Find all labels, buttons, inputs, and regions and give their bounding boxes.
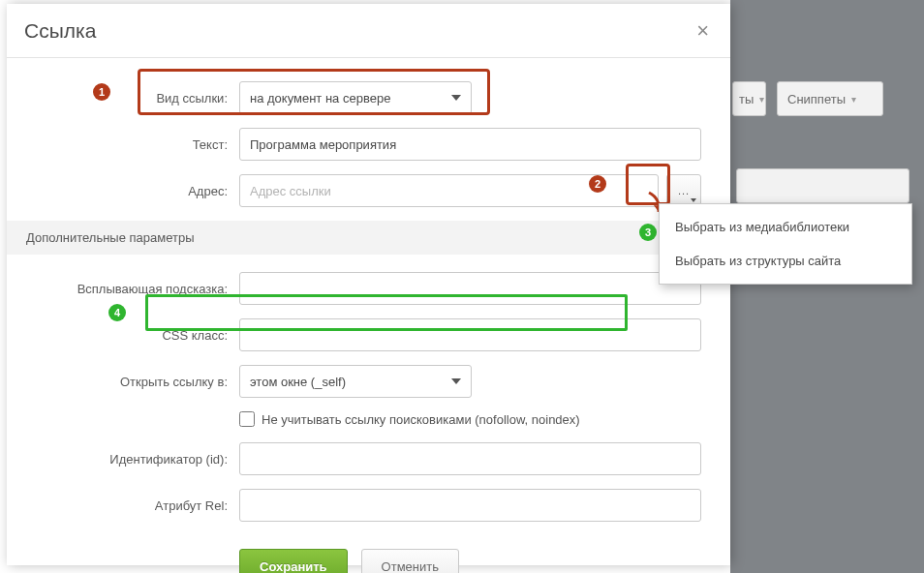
- css-input[interactable]: [239, 318, 701, 351]
- dropdown-media-library[interactable]: Выбрать из медиабиблиотеки: [660, 210, 911, 244]
- text-label: Текст:: [36, 137, 239, 152]
- bg-toolbar-bar: [736, 168, 909, 203]
- link-type-label: Вид ссылки:: [36, 91, 239, 106]
- nofollow-checkbox[interactable]: [239, 411, 255, 427]
- id-input[interactable]: [239, 442, 701, 475]
- save-button[interactable]: Сохранить: [239, 549, 348, 573]
- css-label: CSS класс:: [36, 328, 239, 343]
- chevron-down-icon: ▾: [851, 94, 856, 105]
- marker-2: 2: [589, 175, 606, 193]
- dialog-title: Ссылка: [24, 19, 96, 43]
- row-css: CSS класс:: [36, 318, 701, 351]
- section-additional: Дополнительные параметры: [7, 221, 730, 255]
- target-label: Открыть ссылку в:: [36, 375, 239, 389]
- tooltip-label: Всплывающая подсказка:: [36, 282, 239, 296]
- close-icon[interactable]: ×: [693, 15, 713, 47]
- target-select[interactable]: этом окне (_self): [239, 365, 472, 398]
- rel-label: Атрибут Rel:: [36, 498, 239, 513]
- dialog-buttons: Сохранить Отменить: [36, 549, 701, 573]
- rel-input[interactable]: [239, 489, 701, 522]
- tooltip-input[interactable]: [239, 272, 701, 305]
- row-text: Текст:: [36, 128, 701, 161]
- text-input[interactable]: [239, 128, 701, 161]
- dropdown-site-structure[interactable]: Выбрать из структуры сайта: [660, 244, 911, 278]
- browse-dropdown: Выбрать из медиабиблиотеки Выбрать из ст…: [659, 203, 912, 285]
- row-id: Идентификатор (id):: [36, 442, 701, 475]
- bg-toolbar-button-snippets[interactable]: Сниппеты ▾: [777, 81, 883, 116]
- marker-4: 4: [108, 304, 126, 321]
- id-label: Идентификатор (id):: [36, 452, 239, 467]
- marker-3: 3: [639, 224, 657, 241]
- link-type-select[interactable]: на документ на сервере: [239, 81, 472, 114]
- row-rel: Атрибут Rel:: [36, 489, 701, 522]
- marker-1: 1: [93, 83, 110, 101]
- nofollow-label: Не учитывать ссылку поисковиками (nofoll…: [262, 412, 580, 427]
- row-nofollow: Не учитывать ссылку поисковиками (nofoll…: [36, 411, 701, 427]
- bg-toolbar-button-cut[interactable]: ты ▾: [732, 81, 766, 116]
- dialog-header: Ссылка ×: [7, 4, 730, 58]
- row-tooltip: Всплывающая подсказка:: [36, 272, 701, 305]
- row-target: Открыть ссылку в: этом окне (_self): [36, 365, 701, 398]
- address-label: Адрес:: [36, 184, 239, 198]
- chevron-down-icon: ▾: [759, 94, 764, 105]
- browse-button[interactable]: ...: [666, 174, 701, 207]
- row-link-type: Вид ссылки: на документ на сервере: [36, 81, 701, 114]
- link-dialog: Ссылка × Вид ссылки: на документ на серв…: [7, 4, 730, 565]
- cancel-button[interactable]: Отменить: [361, 549, 459, 573]
